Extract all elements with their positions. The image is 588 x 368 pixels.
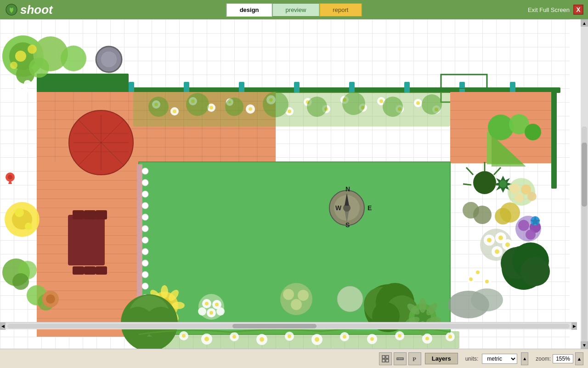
tab-report[interactable]: report bbox=[319, 3, 362, 17]
svg-text:P: P bbox=[413, 356, 416, 362]
zoom-controls: zoom: 155% ▲ bbox=[536, 352, 583, 365]
footer-icon-group: P bbox=[379, 352, 421, 365]
header: shoot design preview report Exit Full Sc… bbox=[0, 0, 588, 19]
scroll-track[interactable] bbox=[7, 324, 570, 328]
grid-background bbox=[0, 19, 570, 349]
footer-toolbar: P Layers units: metricimperial ▲ zoom: 1… bbox=[0, 349, 588, 368]
logo-area: shoot bbox=[0, 3, 53, 17]
leaf-icon bbox=[6, 4, 17, 16]
garden-canvas[interactable]: N S E W bbox=[0, 19, 570, 349]
svg-rect-286 bbox=[382, 356, 385, 358]
units-label: units: bbox=[465, 356, 479, 362]
scroll-right-button[interactable]: ▶ bbox=[571, 322, 577, 330]
ruler-icon-button[interactable] bbox=[394, 352, 407, 365]
logo-text: shoot bbox=[20, 3, 53, 17]
grid-icon-button[interactable] bbox=[379, 352, 392, 365]
horizontal-scrollbar[interactable]: ◀ ▶ bbox=[0, 322, 577, 329]
svg-rect-288 bbox=[382, 359, 385, 362]
tab-design[interactable]: design bbox=[226, 3, 272, 17]
ruler-icon bbox=[396, 355, 404, 362]
units-up-arrow[interactable]: ▲ bbox=[521, 352, 528, 365]
zoom-up-button[interactable]: ▲ bbox=[575, 352, 583, 365]
tabs-container: design preview report bbox=[226, 3, 362, 17]
tab-preview[interactable]: preview bbox=[272, 3, 320, 17]
scroll-thumb[interactable] bbox=[232, 324, 317, 328]
close-icon[interactable]: X bbox=[573, 5, 583, 15]
units-dropdown[interactable]: metricimperial bbox=[482, 354, 517, 364]
scroll-up-button[interactable]: ▲ bbox=[581, 19, 588, 27]
layers-button[interactable]: Layers bbox=[425, 353, 458, 364]
zoom-label: zoom: bbox=[536, 356, 551, 362]
text-icon: P bbox=[411, 355, 418, 362]
scroll-left-button[interactable]: ◀ bbox=[0, 322, 6, 330]
grid-icon bbox=[382, 355, 389, 362]
exit-fullscreen-label: Exit Full Screen bbox=[528, 6, 570, 13]
svg-rect-287 bbox=[386, 356, 389, 358]
exit-fullscreen-button[interactable]: Exit Full Screen X bbox=[528, 5, 583, 15]
zoom-value: 155% bbox=[553, 354, 573, 363]
scroll-thumb-vertical[interactable] bbox=[582, 143, 587, 207]
main-canvas-area: N S E W ◀ ▶ ▲ ▼ bbox=[0, 19, 588, 349]
vertical-scrollbar[interactable]: ▲ ▼ bbox=[581, 19, 588, 349]
scroll-down-button[interactable]: ▼ bbox=[581, 341, 588, 349]
text-icon-button[interactable]: P bbox=[408, 352, 421, 365]
svg-rect-289 bbox=[386, 359, 389, 362]
canvas-wrapper[interactable]: N S E W ◀ ▶ bbox=[0, 19, 577, 349]
